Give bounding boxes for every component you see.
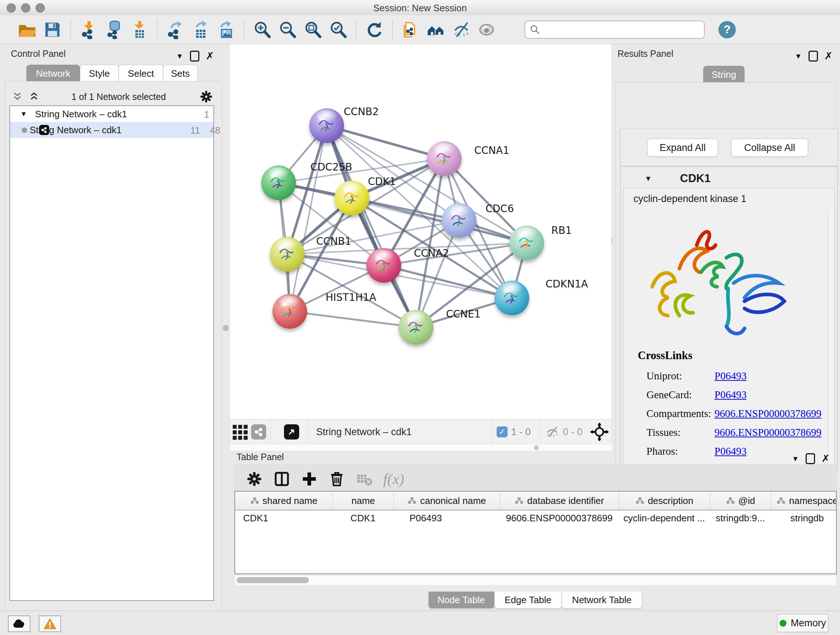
network-node-cdkn1a[interactable] (494, 280, 529, 315)
float-panel-icon[interactable] (190, 51, 199, 62)
splitter-grip[interactable] (534, 445, 538, 450)
import-network-file-icon[interactable] (76, 18, 101, 41)
column-header-namespace[interactable]: namespace (771, 492, 837, 510)
zoom-fit-icon[interactable] (300, 18, 325, 41)
delete-column-icon[interactable] (323, 466, 351, 492)
fit-selection-crosshair-icon[interactable] (587, 420, 611, 443)
network-node-ccna1[interactable] (427, 141, 462, 176)
network-node-cdc25b[interactable] (261, 165, 296, 200)
expand-all-icon[interactable] (30, 92, 38, 101)
hide-graphics-details-icon[interactable] (448, 18, 474, 41)
show-columns-icon[interactable] (268, 466, 295, 492)
left-splitter-handle[interactable] (223, 325, 229, 331)
refresh-icon[interactable] (362, 18, 387, 41)
help-icon[interactable]: ? (718, 21, 736, 38)
tab-node-table[interactable]: Node Table (428, 592, 494, 608)
network-canvas[interactable]: CCNB2 CCNA1 CDC25B CDK1 CDC6 RB1 (230, 44, 611, 419)
expand-all-button[interactable]: Expand All (647, 139, 718, 157)
memory-status-dot (780, 620, 786, 627)
collapse-all-icon[interactable] (13, 92, 22, 101)
network-collection-row[interactable]: ▼ String Network – cdk1 1 (10, 106, 213, 122)
save-session-icon[interactable] (40, 18, 65, 41)
string-view-badge-icon[interactable] (251, 424, 266, 440)
selected-nodes-checkbox[interactable]: ✓ (497, 426, 508, 437)
zoom-selected-icon[interactable] (325, 18, 351, 41)
column-header-name[interactable]: name (332, 492, 393, 510)
new-network-from-selection-icon[interactable] (398, 18, 423, 41)
tab-style[interactable]: Style (80, 65, 118, 82)
table-horizontal-scrollbar[interactable] (235, 576, 836, 585)
results-scrollbar[interactable] (828, 209, 833, 489)
panel-menu-icon[interactable]: ▼ (795, 52, 802, 60)
open-session-icon[interactable] (14, 18, 40, 41)
memory-button[interactable]: Memory (777, 614, 829, 632)
network-node-ccnb1[interactable] (270, 237, 305, 272)
table-options-gear-icon[interactable] (240, 466, 268, 492)
collapse-all-button[interactable]: Collapse All (731, 139, 808, 157)
gene-caret-icon[interactable]: ▼ (645, 174, 652, 183)
show-graphics-details-icon[interactable] (474, 18, 499, 41)
export-image-icon[interactable] (213, 18, 239, 41)
zoom-out-icon[interactable] (275, 18, 300, 41)
float-panel-icon[interactable] (806, 453, 815, 464)
crosslink-link[interactable]: P06493 (714, 389, 747, 401)
cell-name[interactable]: CDK1 (332, 513, 393, 524)
column-header-id[interactable]: @id (710, 492, 771, 510)
network-node-ccnb2[interactable] (309, 108, 344, 143)
network-row[interactable]: String Network – cdk1 11 48 (10, 122, 213, 138)
cell-databaseidentifier[interactable]: 9606.ENSP00000378699 (500, 513, 619, 524)
tab-edge-table[interactable]: Edge Table (494, 592, 562, 608)
column-header-description[interactable]: description (619, 492, 710, 510)
float-panel-icon[interactable] (808, 51, 818, 62)
tab-network[interactable]: Network (27, 65, 80, 82)
column-header-databaseidentifier[interactable]: database identifier (500, 492, 619, 510)
cell-description[interactable]: cyclin-dependent ... (619, 513, 710, 524)
export-table-icon[interactable] (188, 18, 213, 41)
crosslink-link[interactable]: 9606.ENSP00000378699 (714, 408, 821, 420)
crosslink-row: Tissues:9606.ENSP00000378699 (646, 423, 821, 442)
crosslink-link[interactable]: P06493 (714, 370, 747, 382)
delete-table-icon[interactable] (351, 466, 378, 492)
open-view-arrow-icon[interactable] (284, 424, 299, 440)
cell-canonicalname[interactable]: P06493 (393, 513, 500, 524)
network-node-ccne1[interactable] (399, 310, 433, 345)
network-edge[interactable] (290, 311, 416, 327)
column-header-canonicalname[interactable]: canonical name (393, 492, 500, 510)
zoom-in-icon[interactable] (249, 18, 275, 41)
export-network-icon[interactable] (163, 18, 188, 41)
panel-menu-icon[interactable]: ▼ (792, 455, 799, 463)
network-node-rb1[interactable] (509, 226, 544, 260)
warning-status-icon[interactable] (39, 616, 61, 632)
scrollbar-thumb[interactable] (237, 577, 309, 583)
birdseye-grid-icon[interactable] (230, 420, 251, 443)
panel-menu-icon[interactable]: ▼ (176, 52, 183, 60)
search-input[interactable] (540, 24, 698, 35)
network-options-gear-icon[interactable] (199, 89, 213, 104)
network-edge[interactable] (290, 126, 327, 311)
cell-sharedname[interactable]: CDK1 (235, 513, 332, 524)
close-panel-icon[interactable]: ✗ (206, 51, 214, 61)
cell-namespace[interactable]: stringdb (771, 513, 837, 524)
tab-sets[interactable]: Sets (163, 65, 197, 82)
cell-id[interactable]: stringdb:9... (710, 513, 771, 524)
create-column-icon[interactable] (295, 466, 323, 492)
search-box[interactable] (524, 21, 705, 39)
tab-network-table[interactable]: Network Table (562, 592, 642, 608)
network-node-ccna2[interactable] (366, 248, 401, 283)
tab-select[interactable]: Select (118, 65, 163, 82)
import-network-database-icon[interactable] (101, 18, 126, 41)
network-node-cdk1[interactable] (335, 181, 369, 215)
crosslink-link[interactable]: 9606.ENSP00000378699 (714, 426, 821, 439)
table-row[interactable]: CDK1CDK1P064939606.ENSP00000378699cyclin… (235, 510, 836, 526)
close-panel-icon[interactable]: ✗ (824, 51, 833, 61)
cloud-status-icon[interactable] (8, 616, 30, 632)
collection-caret-icon[interactable]: ▼ (20, 110, 27, 118)
home-icon[interactable] (423, 18, 448, 41)
function-builder-icon[interactable]: f(x) (383, 470, 404, 488)
column-header-sharedname[interactable]: shared name (235, 492, 332, 510)
network-node-cdc6[interactable] (442, 203, 477, 238)
close-panel-icon[interactable]: ✗ (821, 454, 830, 464)
tab-string[interactable]: String (703, 66, 745, 83)
import-table-file-icon[interactable] (126, 18, 152, 41)
network-node-hist1h1a[interactable] (272, 294, 307, 329)
